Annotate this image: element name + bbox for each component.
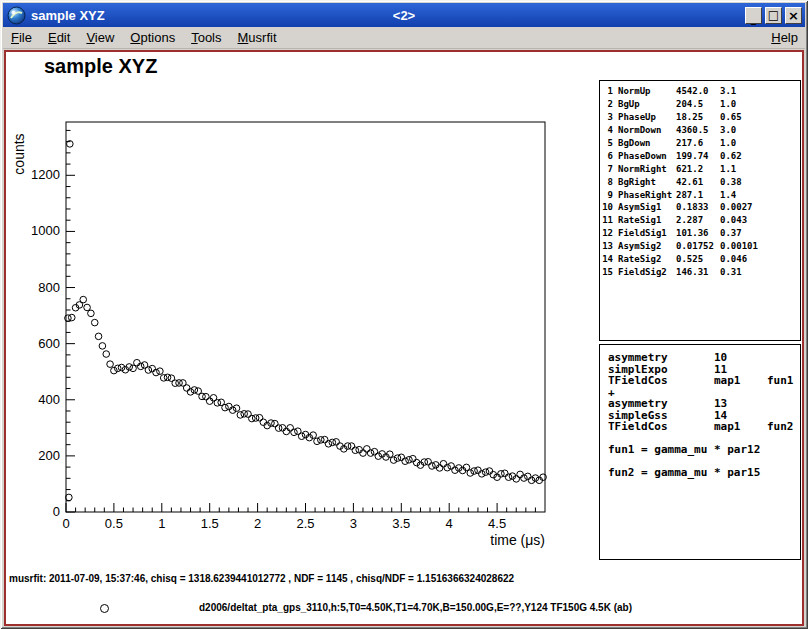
param-error: 3.0 (720, 125, 736, 138)
param-error: 1.0 (720, 99, 736, 112)
data-point (425, 458, 432, 465)
data-point (364, 446, 371, 453)
data-point (66, 494, 73, 501)
param-error: 0.62 (720, 151, 742, 164)
param-name: NormUp (618, 86, 676, 99)
y-tick-label: 200 (38, 448, 60, 463)
stats-panel-rows: 1NormUp4542.03.12BgUp204.51.03PhaseUp18.… (600, 86, 800, 280)
param-name: AsymSig1 (618, 202, 676, 215)
close-icon[interactable]: × (785, 7, 802, 24)
minimize-icon[interactable]: _ (745, 7, 762, 24)
theory-panel[interactable]: asymmetry 10simplExpo 11TFieldCos map1 f… (599, 344, 801, 560)
fit-status-line: musrfit: 2011-07-09, 15:37:46, chisq = 1… (9, 573, 514, 584)
param-value: 0.525 (676, 254, 720, 267)
data-point (298, 433, 305, 440)
param-number: 11 (600, 215, 613, 228)
param-value: 0.01752 (676, 241, 720, 254)
window-title: sample XYZ (31, 8, 105, 23)
param-value: 146.31 (676, 267, 720, 280)
parameter-row: 2BgUp204.51.0 (600, 99, 800, 112)
param-value: 287.1 (676, 190, 720, 203)
theory-line: asymmetry 13 (608, 398, 800, 410)
param-name: FieldSig2 (618, 267, 676, 280)
data-point (398, 454, 405, 461)
param-name: BgDown (618, 138, 676, 151)
y-tick-label: 1000 (31, 223, 60, 238)
menu-item-view[interactable]: View (81, 28, 119, 47)
param-number: 7 (600, 164, 613, 177)
theory-line: asymmetry 10 (608, 352, 800, 364)
fit-parameters-panel[interactable]: 1NormUp4542.03.12BgUp204.51.03PhaseUp18.… (599, 80, 801, 341)
param-value: 0.1833 (676, 202, 720, 215)
param-error: 0.00101 (720, 241, 758, 254)
data-point (256, 414, 263, 421)
menu-item-tools[interactable]: Tools (186, 28, 226, 47)
data-point (402, 458, 409, 465)
x-tick-label: 1.5 (201, 516, 219, 531)
data-point (375, 453, 382, 460)
theory-line: fun1 = gamma_mu * par12 (608, 444, 800, 456)
param-number: 10 (600, 202, 613, 215)
parameter-row: 8BgRight42.610.38 (600, 177, 800, 190)
window-controls: _ □ × (742, 7, 802, 24)
param-value: 2.287 (676, 215, 720, 228)
menu-item-musrfit[interactable]: Musrfit (233, 28, 282, 47)
menu-bar: FileEditViewOptionsToolsMusrfit Help (3, 27, 805, 49)
plot-frame (66, 122, 545, 512)
param-name: RateSig2 (618, 254, 676, 267)
theory-panel-lines: asymmetry 10simplExpo 11TFieldCos map1 f… (608, 352, 800, 479)
maximize-icon[interactable]: □ (765, 7, 782, 24)
data-point (371, 448, 378, 455)
data-point (272, 420, 279, 427)
root-canvas[interactable]: sample XYZ 00.511.522.533.544.5020040060… (4, 50, 804, 626)
data-point (279, 425, 286, 432)
data-point (111, 367, 118, 374)
data-point (118, 364, 125, 371)
param-name: FieldSig1 (618, 228, 676, 241)
x-tick-label: 1 (158, 516, 165, 531)
data-point (80, 296, 87, 303)
x-tick-label: 4.5 (488, 516, 506, 531)
data-point (245, 411, 252, 418)
scatter-plot[interactable]: 00.511.522.533.544.502004006008001000120… (6, 52, 566, 562)
param-name: BgRight (618, 177, 676, 190)
param-name: NormRight (618, 164, 676, 177)
menu-item-file[interactable]: File (6, 28, 37, 47)
parameter-row: 4NormDown4360.53.0 (600, 125, 800, 138)
x-tick-label: 3 (350, 516, 357, 531)
parameter-row: 11RateSig12.2870.043 (600, 215, 800, 228)
data-point (348, 443, 355, 450)
y-tick-label: 1200 (31, 167, 60, 182)
param-number: 12 (600, 228, 613, 241)
menu-item-options[interactable]: Options (125, 28, 180, 47)
param-number: 14 (600, 254, 613, 267)
data-point (84, 304, 91, 311)
parameter-row: 15FieldSig2146.310.31 (600, 267, 800, 280)
data-point (226, 403, 233, 410)
param-number: 5 (600, 138, 613, 151)
data-point (448, 463, 455, 470)
menu-item-edit[interactable]: Edit (43, 28, 75, 47)
titlebar[interactable]: sample XYZ <2> _ □ × (3, 3, 805, 27)
param-error: 0.38 (720, 177, 742, 190)
param-value: 4360.5 (676, 125, 720, 138)
theory-line: TFieldCos map1 fun2 (608, 421, 800, 433)
data-point (176, 380, 183, 387)
param-name: BgUp (618, 99, 676, 112)
x-tick-label: 3.5 (392, 516, 410, 531)
data-point (153, 369, 160, 376)
param-value: 199.74 (676, 151, 720, 164)
param-error: 1.4 (720, 190, 736, 203)
x-tick-label: 2.5 (296, 516, 314, 531)
param-error: 0.0027 (720, 202, 753, 215)
param-number: 8 (600, 177, 613, 190)
data-point (103, 351, 110, 358)
param-number: 1 (600, 86, 613, 99)
x-axis-title: time (μs) (490, 532, 545, 548)
y-tick-label: 0 (53, 504, 60, 519)
x-tick-label: 0 (62, 516, 69, 531)
parameter-row: 12FieldSig1101.360.37 (600, 228, 800, 241)
menu-item-help[interactable]: Help (766, 28, 803, 47)
app-window: sample XYZ <2> _ □ × FileEditViewOptions… (0, 0, 808, 629)
data-point (134, 359, 141, 366)
